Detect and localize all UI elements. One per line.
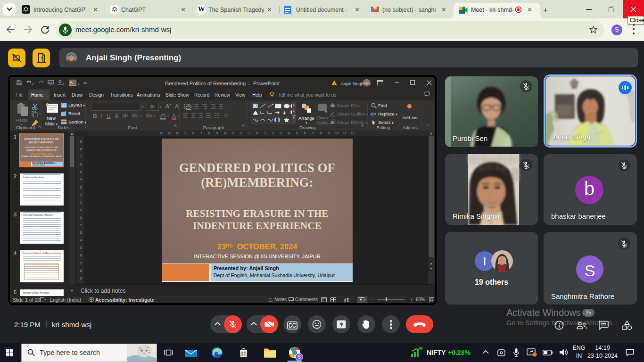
svg-text:A: A [254,104,256,108]
svg-text:}: } [278,117,280,122]
svg-text:ab: ab [370,112,375,116]
svg-text:{: { [274,117,276,122]
